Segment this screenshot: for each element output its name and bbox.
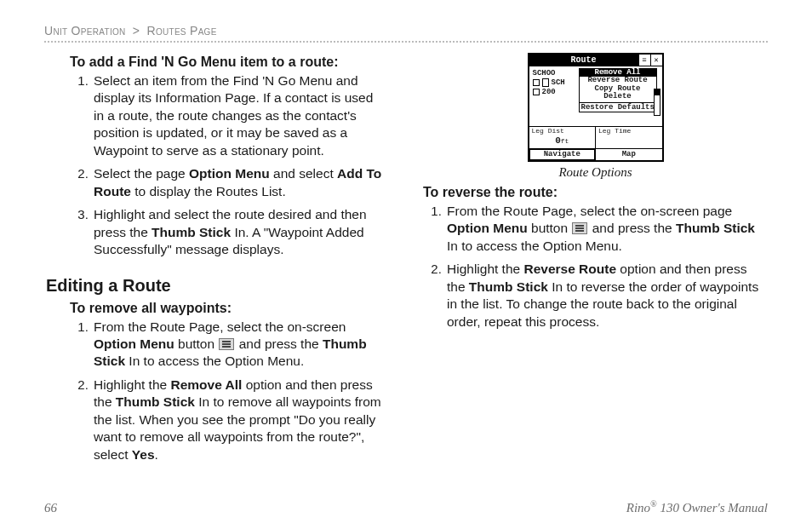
page-footer: 66 Rino® 130 Owner's Manual (44, 499, 768, 515)
t: From the Route Page, select the on-scree… (94, 319, 346, 334)
unit: ft (561, 137, 569, 145)
dropdown-item-delete: Delete (580, 93, 656, 101)
checkbox-icon (533, 89, 540, 95)
label: Leg Dist (532, 128, 593, 135)
value: 0 (555, 135, 561, 146)
step: Select an item from the Find 'N Go Menu … (92, 72, 389, 164)
figure-caption: Route Options (524, 165, 667, 180)
page-number: 66 (44, 501, 57, 515)
breadcrumb-sep: > (133, 24, 140, 37)
step: Select the page Option Menu and select A… (92, 164, 389, 205)
device-tabs: Navigate Map (529, 148, 662, 160)
step: From the Route Page, select the on-scree… (92, 318, 389, 376)
tab-navigate: Navigate (529, 149, 596, 160)
bold: Yes (132, 447, 155, 462)
option-menu-icon: ≡ (638, 55, 650, 66)
bold: Thumb Stick (676, 221, 755, 235)
bold: Option Menu (94, 336, 174, 351)
device-title: Route (529, 55, 638, 66)
option-menu-icon (572, 222, 587, 234)
label: Leg Time (598, 128, 660, 135)
t: 200 (542, 88, 556, 96)
bold: Option Menu (189, 166, 270, 181)
section-title-reverse: To reverse the route: (423, 185, 768, 200)
leg-time-cell: Leg Time (596, 127, 662, 148)
divider-dots (44, 41, 768, 43)
section-title-remove-all: To remove all waypoints: (70, 301, 389, 316)
left-column: To add a Find 'N Go Menu item to a route… (44, 49, 389, 477)
t: and select (270, 166, 337, 181)
steps-reverse: From the Route Page, select the on-scree… (445, 202, 768, 336)
device-titlebar: Route ≡ ✕ (529, 55, 662, 66)
bold: Thumb Stick (116, 394, 195, 409)
scrollbar (654, 89, 660, 116)
steps-remove-all: From the Route Page, select the on-scree… (92, 318, 389, 469)
bold: Reverse Route (523, 262, 616, 276)
t: button (174, 336, 219, 351)
dropdown-item-restore-defaults: Restore Defaults (580, 104, 656, 112)
model: 130 Owner's Manual (657, 501, 768, 515)
t: button (528, 221, 572, 235)
option-menu-dropdown: Remove All Reverse Route Copy Route Dele… (579, 68, 657, 112)
t: and press the (235, 336, 323, 351)
manual-title: Rino® 130 Owner's Manual (626, 499, 768, 515)
bold: Thumb Stick (152, 225, 231, 239)
breadcrumb: Unit Operation > Routes Page (44, 24, 768, 37)
step: Highlight the Remove All option and then… (92, 376, 389, 469)
t: Select the page (94, 166, 189, 181)
t: . (155, 447, 158, 462)
device-screen: Route ≡ ✕ SCHOO SCH 200 Remove All Rever… (528, 53, 664, 162)
t: Highlight the (94, 377, 170, 392)
t: to display the Routes List. (131, 184, 286, 198)
registered-mark: ® (650, 499, 657, 509)
device-stats-row: Leg Dist 0ft Leg Time (529, 126, 662, 148)
bold: Remove All (170, 377, 242, 392)
close-icon: ✕ (650, 55, 662, 66)
tab-map: Map (595, 149, 662, 160)
t: and press the (588, 221, 676, 235)
bold: Option Menu (447, 221, 528, 235)
step: From the Route Page, select the on-scree… (445, 202, 768, 260)
t: In to access the Option Menu. (125, 354, 304, 368)
step-text: Select an item from the Find 'N Go Menu … (94, 73, 373, 158)
leg-dist-cell: Leg Dist 0ft (529, 127, 597, 148)
right-column: Route ≡ ✕ SCHOO SCH 200 Remove All Rever… (423, 49, 768, 477)
t: In to access the Option Menu. (447, 239, 622, 253)
step: Highlight and select the route desired a… (92, 205, 389, 263)
breadcrumb-b: Routes Page (146, 24, 216, 37)
steps-add-item: Select an item from the Find 'N Go Menu … (92, 72, 389, 264)
bold: Thumb Stick (469, 279, 548, 294)
t: From the Route Page, select the on-scree… (447, 204, 732, 218)
t: Highlight the (447, 262, 523, 276)
option-menu-icon (219, 338, 234, 350)
t: SCHOO (533, 69, 556, 78)
section-title-add-item: To add a Find 'N Go Menu item to a route… (70, 55, 389, 70)
step: Highlight the Reverse Route option and t… (445, 260, 768, 336)
device-figure: Route ≡ ✕ SCHOO SCH 200 Remove All Rever… (524, 53, 667, 180)
subhead-editing-route: Editing a Route (46, 276, 389, 296)
brand: Rino (626, 501, 650, 515)
t: SCH (552, 78, 565, 87)
device-body: SCHOO SCH 200 Remove All Reverse Route C… (529, 66, 662, 126)
breadcrumb-a: Unit Operation (44, 24, 126, 37)
flag-icon (542, 78, 549, 87)
checkbox-icon (533, 79, 540, 86)
